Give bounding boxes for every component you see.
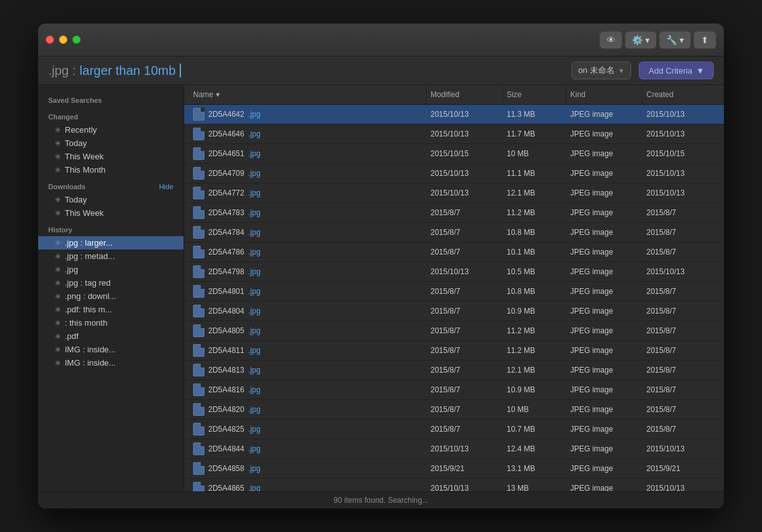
- sidebar-item-history-7[interactable]: ✳ .pdf: [38, 329, 184, 343]
- file-modified-cell: 2015/8/7: [427, 303, 503, 319]
- share-button[interactable]: ⬆: [693, 31, 716, 49]
- file-icon: [193, 206, 204, 219]
- table-row[interactable]: 2D5A4844.jpg 2015/10/13 12.4 MB JPEG ima…: [184, 439, 724, 459]
- file-kind-cell: JPEG image: [566, 461, 643, 476]
- table-row[interactable]: 2D5A4804.jpg 2015/8/7 10.9 MB JPEG image…: [184, 302, 724, 321]
- file-created-cell: 2015/8/7: [643, 402, 719, 417]
- table-row[interactable]: 2D5A4820.jpg 2015/8/7 10 MB JPEG image 2…: [184, 400, 724, 420]
- file-name-base: 2D5A4783: [208, 208, 244, 217]
- sidebar-item-history-6[interactable]: ✳ : this month: [38, 316, 184, 329]
- table-row[interactable]: 2D5A4813.jpg 2015/8/7 12.1 MB JPEG image…: [184, 361, 724, 380]
- sidebar-item-history-4[interactable]: ✳ .png : downl...: [38, 289, 184, 303]
- table-row[interactable]: 2D5A4801.jpg 2015/8/7 10.8 MB JPEG image…: [184, 282, 724, 302]
- sidebar-item-label: IMG : inside...: [65, 358, 116, 368]
- sidebar-item-label: .pdf: [65, 331, 79, 341]
- file-name-cell: 2D5A4813.jpg: [189, 361, 427, 380]
- file-name-base: 2D5A4798: [208, 267, 244, 276]
- file-name-base: 2D5A4813: [208, 366, 244, 375]
- col-name[interactable]: Name ▾: [189, 85, 427, 104]
- sidebar-item-history-5[interactable]: ✳ .pdf: this m...: [38, 303, 184, 316]
- file-name-ext: .jpg: [248, 248, 260, 256]
- sidebar-item-history-0[interactable]: ✳ .jpg : larger...: [38, 236, 184, 249]
- col-size[interactable]: Size: [503, 85, 566, 104]
- minimize-button[interactable]: [59, 36, 67, 44]
- file-name-ext: .jpg: [248, 130, 260, 138]
- gear-button[interactable]: ⚙️ ▾: [625, 31, 657, 49]
- file-name-base: 2D5A4804: [208, 307, 244, 316]
- file-kind-cell: JPEG image: [566, 126, 643, 142]
- file-kind-cell: JPEG image: [566, 303, 643, 319]
- table-row[interactable]: 2D5A4816.jpg 2015/8/7 10.9 MB JPEG image…: [184, 380, 724, 400]
- table-row[interactable]: 2D5A4646.jpg 2015/10/13 11.7 MB JPEG ima…: [184, 124, 724, 144]
- file-name-ext: .jpg: [248, 366, 260, 375]
- file-kind-cell: JPEG image: [566, 362, 643, 378]
- table-row[interactable]: 2D5A4798.jpg 2015/10/13 10.5 MB JPEG ima…: [184, 262, 724, 282]
- file-modified-cell: 2015/10/13: [427, 185, 503, 201]
- sidebar-item-history-2[interactable]: ✳ .jpg: [38, 263, 184, 276]
- file-name-cell: 2D5A4858.jpg: [189, 459, 427, 478]
- gear-icon: ✳: [55, 265, 61, 274]
- file-icon: [193, 423, 204, 436]
- col-created[interactable]: Created: [643, 85, 719, 104]
- file-size-cell: 12.1 MB: [503, 362, 566, 378]
- file-name-cell: 2D5A4820.jpg: [189, 400, 427, 419]
- col-modified[interactable]: Modified: [427, 85, 503, 104]
- file-size-cell: 11.7 MB: [503, 126, 566, 142]
- file-size-cell: 10.8 MB: [503, 225, 566, 240]
- file-name-base: 2D5A4805: [208, 326, 244, 335]
- sidebar-item-recently[interactable]: ✳ Recently: [38, 123, 184, 136]
- table-row[interactable]: 2D5A4825.jpg 2015/8/7 10.7 MB JPEG image…: [184, 420, 724, 439]
- file-created-cell: 2015/8/7: [643, 343, 719, 358]
- scope-selector[interactable]: on 未命名 ▼: [572, 62, 632, 79]
- file-modified-cell: 2015/10/15: [427, 146, 503, 161]
- file-size-cell: 11.2 MB: [503, 205, 566, 220]
- file-icon: [193, 344, 204, 357]
- table-row[interactable]: 2D5A4709.jpg 2015/10/13 11.1 MB JPEG ima…: [184, 164, 724, 183]
- table-row[interactable]: 2D5A4865.jpg 2015/10/13 13 MB JPEG image…: [184, 479, 724, 491]
- sidebar-item-this-month-changed[interactable]: ✳ This Month: [38, 163, 184, 176]
- sidebar-item-history-9[interactable]: ✳ IMG : inside...: [38, 356, 184, 369]
- sidebar-item-this-week-changed[interactable]: ✳ This Week: [38, 150, 184, 163]
- file-icon: [193, 482, 204, 491]
- table-row[interactable]: 2D5A4642.jpg 2015/10/13 11.3 MB JPEG ima…: [184, 105, 724, 124]
- file-created-cell: 2015/8/7: [643, 323, 719, 338]
- file-name-cell: 2D5A4801.jpg: [189, 282, 427, 301]
- maximize-button[interactable]: [72, 36, 81, 44]
- table-row[interactable]: 2D5A4651.jpg 2015/10/15 10 MB JPEG image…: [184, 144, 724, 164]
- file-icon: [193, 462, 204, 475]
- close-button[interactable]: [46, 36, 54, 44]
- text-cursor: [180, 63, 181, 77]
- sidebar-section-saved-searches: Saved Searches: [38, 90, 184, 107]
- table-row[interactable]: 2D5A4784.jpg 2015/8/7 10.8 MB JPEG image…: [184, 223, 724, 243]
- search-query[interactable]: larger than 10mb: [79, 63, 175, 78]
- file-modified-cell: 2015/10/13: [427, 107, 503, 122]
- col-kind[interactable]: Kind: [566, 85, 643, 104]
- table-row[interactable]: 2D5A4783.jpg 2015/8/7 11.2 MB JPEG image…: [184, 203, 724, 223]
- sidebar-item-today-downloads[interactable]: ✳ Today: [38, 193, 184, 206]
- file-icon: [193, 383, 204, 396]
- sidebar-item-history-8[interactable]: ✳ IMG : inside...: [38, 343, 184, 356]
- table-row[interactable]: 2D5A4786.jpg 2015/8/7 10.1 MB JPEG image…: [184, 243, 724, 262]
- search-prefix: .jpg :: [48, 63, 76, 78]
- tools-button[interactable]: 🔧 ▾: [659, 31, 691, 49]
- file-name-base: 2D5A4801: [208, 287, 244, 296]
- sidebar-hide-downloads[interactable]: Hide: [159, 183, 173, 190]
- sidebar-item-history-1[interactable]: ✳ .jpg : metad...: [38, 249, 184, 263]
- add-criteria-button[interactable]: Add Criteria ▼: [639, 62, 714, 79]
- sidebar-item-this-week-downloads[interactable]: ✳ This Week: [38, 206, 184, 220]
- file-name-base: 2D5A4709: [208, 169, 244, 178]
- file-kind-cell: JPEG image: [566, 244, 643, 260]
- table-row[interactable]: 2D5A4858.jpg 2015/9/21 13.1 MB JPEG imag…: [184, 459, 724, 479]
- table-row[interactable]: 2D5A4805.jpg 2015/8/7 11.2 MB JPEG image…: [184, 321, 724, 341]
- table-row[interactable]: 2D5A4772.jpg 2015/10/13 12.1 MB JPEG ima…: [184, 183, 724, 203]
- col-size-label: Size: [507, 90, 521, 99]
- table-row[interactable]: 2D5A4811.jpg 2015/8/7 11.2 MB JPEG image…: [184, 341, 724, 361]
- file-size-cell: 10.7 MB: [503, 422, 566, 437]
- file-created-cell: 2015/8/7: [643, 382, 719, 397]
- eye-button[interactable]: 👁: [599, 31, 622, 49]
- gear-icon: ✳: [55, 332, 61, 341]
- file-name-ext: .jpg: [248, 287, 260, 296]
- file-kind-cell: JPEG image: [566, 264, 643, 279]
- sidebar-item-history-3[interactable]: ✳ .jpg : tag red: [38, 276, 184, 289]
- sidebar-item-today-changed[interactable]: ✳ Today: [38, 136, 184, 150]
